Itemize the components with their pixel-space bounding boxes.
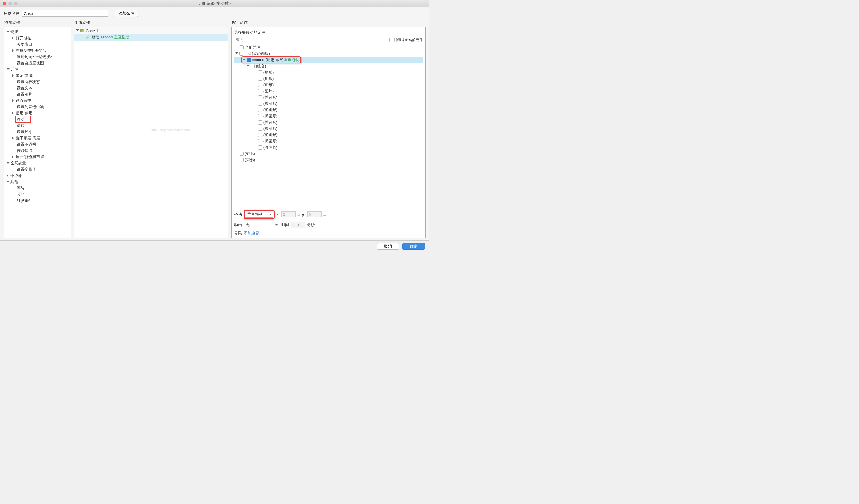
chevron-down-icon — [243, 59, 246, 62]
add-bounds-link[interactable]: 添加边界 — [244, 231, 259, 236]
tree-item[interactable]: 触发事件 — [5, 198, 70, 204]
widget-row[interactable]: (椭圆形) — [234, 132, 423, 138]
tree-item[interactable]: 启用/禁用 — [5, 110, 70, 116]
tree-item[interactable]: 关闭窗口 — [5, 41, 70, 47]
search-input[interactable] — [234, 37, 387, 43]
tree-item[interactable]: 在框架中打开链接 — [5, 47, 70, 53]
checkbox-icon — [258, 114, 262, 118]
checkbox-icon — [258, 108, 262, 112]
checkbox-icon — [258, 83, 262, 87]
tree-cat-repeater[interactable]: 中继器 — [5, 172, 70, 179]
tree-item[interactable]: 设置图片 — [5, 91, 70, 97]
action-row[interactable]: ⚡ 移动 second 垂直拖动 — [74, 34, 228, 41]
anim-label: 动画 — [234, 222, 242, 227]
widget-row[interactable]: (矩形) — [234, 75, 423, 82]
widget-row[interactable]: (椭圆形) — [234, 138, 423, 144]
window-title: 用例编辑<拖动时> — [199, 1, 230, 6]
tree-item[interactable]: 其他 — [5, 191, 70, 198]
widget-row[interactable]: (椭圆形) — [234, 119, 423, 125]
tree-item[interactable]: 设置不透明 — [5, 141, 70, 147]
widget-row[interactable]: (图片) — [234, 88, 423, 94]
tree-item[interactable]: 设置自适应视图 — [5, 60, 70, 66]
checkbox-icon — [258, 70, 262, 75]
tree-item[interactable]: 设置文本 — [5, 85, 70, 91]
tree-item[interactable]: 打开链接 — [5, 35, 70, 41]
x-input[interactable] — [281, 211, 296, 218]
cancel-button[interactable]: 取消 — [377, 243, 400, 250]
cfg-subtitle: 选择要移动的元件 — [234, 29, 423, 37]
configure-actions-panel: 配置动作 选择要移动的元件 隐藏未命名的元件 当前元件 first (动态面板) — [231, 18, 426, 238]
x-label: x: — [276, 212, 280, 217]
move-label: 移动 — [234, 212, 242, 217]
tree-item[interactable]: 置于顶层/底层 — [5, 135, 70, 141]
hide-unnamed-checkbox[interactable]: 隐藏未命名的元件 — [389, 37, 423, 43]
widget-row[interactable]: (椭圆形) — [234, 100, 423, 107]
top-controls: 用例名称 添加条件 — [0, 7, 429, 18]
widget-row[interactable]: 当前元件 — [234, 44, 423, 50]
checkbox-icon — [258, 95, 262, 99]
tree-item[interactable]: 获取焦点 — [5, 147, 70, 154]
tree-item[interactable]: 滚动到元件<锚链接> — [5, 53, 70, 60]
widget-row[interactable]: (组合) — [234, 63, 423, 69]
checkbox-icon — [258, 127, 262, 131]
tree-item-move[interactable]: 移动 — [5, 116, 70, 123]
tree-item[interactable]: 设置变量值 — [5, 166, 70, 172]
move-type-select[interactable]: 垂直拖动 — [245, 211, 273, 218]
dialog-window: 用例编辑<拖动时> 用例名称 添加条件 添加动作 链接 打开链接 关闭窗口 在框… — [0, 0, 430, 252]
y-input[interactable] — [307, 211, 321, 218]
widget-row[interactable]: (矩形) — [234, 157, 423, 163]
tree-cat-link[interactable]: 链接 — [5, 29, 70, 35]
widget-row[interactable]: (矩形) — [234, 69, 423, 75]
dialog-footer: 取消 确定 — [0, 240, 429, 252]
panel-title-add: 添加动作 — [4, 18, 71, 27]
tree-item[interactable]: 设置选中 — [5, 97, 70, 104]
tree-cat-global[interactable]: 全局变量 — [5, 160, 70, 166]
bolt-icon: ⚡ — [85, 35, 90, 40]
checkbox-checked-icon: ✓ — [247, 58, 251, 62]
time-input[interactable] — [291, 222, 305, 228]
ok-button[interactable]: 确定 — [402, 243, 425, 250]
checkbox-icon — [258, 77, 262, 81]
widget-row[interactable]: (椭圆形) — [234, 94, 423, 100]
case-name-label: 用例名称 — [4, 11, 19, 16]
chevron-down-icon — [235, 52, 238, 56]
widget-row-second[interactable]: ✓ second (动态面板) 垂直拖动 — [234, 57, 423, 63]
fx-icon[interactable]: fx — [297, 212, 300, 217]
tree-cat-other[interactable]: 其他 — [5, 179, 70, 185]
widget-row[interactable]: (椭圆形) — [234, 113, 423, 119]
tree-item[interactable]: 设置面板状态 — [5, 79, 70, 85]
tree-item[interactable]: 设置尺寸 — [5, 129, 70, 135]
case-header[interactable]: Case 1 — [74, 27, 228, 34]
widget-row[interactable]: first (动态面板) — [234, 50, 423, 57]
checkbox-icon — [258, 89, 262, 93]
tree-item[interactable]: 等待 — [5, 185, 70, 191]
case-name-input[interactable] — [22, 10, 108, 17]
organize-body: Case 1 ⚡ 移动 second 垂直拖动 — [74, 27, 228, 238]
tree-cat-widget[interactable]: 元件 — [5, 66, 70, 73]
actions-tree: 链接 打开链接 关闭窗口 在框架中打开链接 滚动到元件<锚链接> 设置自适应视图… — [4, 27, 71, 205]
tree-item[interactable]: 旋转 — [5, 123, 70, 129]
configure-body: 选择要移动的元件 隐藏未命名的元件 当前元件 first (动态面板) — [231, 27, 426, 238]
tree-item[interactable]: 显示/隐藏 — [5, 73, 70, 79]
ms-label: 毫秒 — [307, 222, 315, 227]
add-condition-button[interactable]: 添加条件 — [115, 10, 138, 17]
widget-row[interactable]: (矩形) — [234, 151, 423, 157]
time-label: 时间 — [281, 222, 289, 227]
panel-title-cfg: 配置动作 — [231, 18, 426, 27]
checkbox-icon — [239, 51, 243, 56]
widget-row[interactable]: (矩形) — [234, 82, 423, 88]
close-icon[interactable] — [3, 2, 6, 5]
fx-icon[interactable]: fx — [323, 212, 326, 217]
case-icon — [80, 29, 84, 32]
anim-select[interactable]: 无 — [244, 222, 280, 228]
widget-row[interactable]: (椭圆形) — [234, 125, 423, 132]
checkbox-icon — [240, 45, 244, 49]
main-area: 添加动作 链接 打开链接 关闭窗口 在框架中打开链接 滚动到元件<锚链接> 设置… — [0, 18, 429, 240]
widget-row[interactable]: (椭圆形) — [234, 107, 423, 113]
widget-tree: 当前元件 first (动态面板) ✓ second (动态面板) 垂直拖动 (… — [234, 44, 423, 208]
widget-row[interactable]: (占位符) — [234, 144, 423, 151]
tree-item[interactable]: 展开/折叠树节点 — [5, 154, 70, 160]
checkbox-icon — [258, 101, 262, 106]
tree-item[interactable]: 设置列表选中项 — [5, 104, 70, 110]
checkbox-icon — [240, 158, 244, 162]
